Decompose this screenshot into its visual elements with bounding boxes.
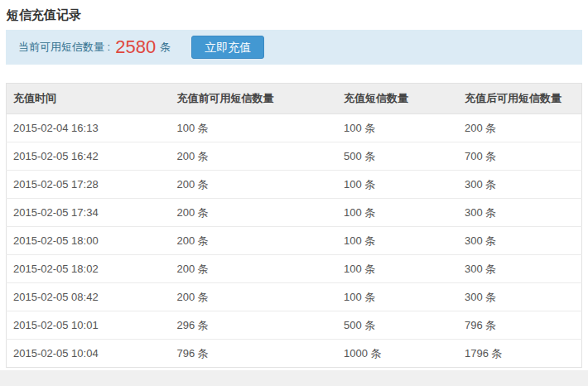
table-body: 2015-02-04 16:13100 条100 条200 条2015-02-0…: [7, 114, 582, 368]
table-cell: 200 条: [171, 199, 338, 227]
recharge-records-table-wrap: 充值时间充值前可用短信数量充值短信数量充值后可用短信数量 2015-02-04 …: [6, 83, 582, 368]
table-cell: 100 条: [337, 114, 458, 142]
table-row: 2015-02-05 10:01296 条500 条796 条: [7, 311, 582, 340]
table-row: 2015-02-05 10:04796 条1000 条1796 条: [7, 340, 582, 368]
table-row: 2015-02-05 17:28200 条100 条300 条: [7, 171, 582, 199]
table-cell: 2015-02-05 17:34: [7, 199, 171, 227]
table-cell: 2015-02-05 16:42: [7, 142, 171, 171]
table-cell: 100 条: [337, 255, 458, 283]
table-cell: 300 条: [458, 227, 581, 255]
table-cell: 300 条: [458, 171, 581, 199]
table-cell: 100 条: [337, 199, 458, 227]
table-cell: 200 条: [171, 171, 338, 199]
table-cell: 1796 条: [458, 340, 581, 368]
recharge-now-button[interactable]: 立即充值: [191, 36, 264, 59]
table-cell: 100 条: [337, 227, 458, 255]
table-row: 2015-02-05 08:42200 条100 条300 条: [7, 283, 582, 311]
table-cell: 100 条: [337, 283, 458, 311]
column-header: 充值短信数量: [337, 84, 458, 114]
available-sms-label: 当前可用短信数量 :: [18, 40, 110, 55]
table-cell: 200 条: [171, 227, 338, 255]
table-header-row: 充值时间充值前可用短信数量充值短信数量充值后可用短信数量: [7, 84, 582, 114]
table-row: 2015-02-05 17:34200 条100 条300 条: [7, 199, 582, 227]
column-header: 充值时间: [7, 84, 171, 114]
table-cell: 796 条: [171, 340, 338, 368]
table-cell: 300 条: [458, 283, 581, 311]
table-cell: 300 条: [458, 199, 581, 227]
available-sms-unit: 条: [160, 40, 171, 55]
table-cell: 500 条: [337, 311, 458, 340]
table-cell: 100 条: [171, 114, 338, 142]
table-header: 充值时间充值前可用短信数量充值短信数量充值后可用短信数量: [7, 84, 582, 114]
table-row: 2015-02-05 16:42200 条500 条700 条: [7, 142, 582, 171]
sms-recharge-page: 短信充值记录 当前可用短信数量 : 2580 条 立即充值 充值时间充值前可用短…: [0, 0, 588, 368]
table-row: 2015-02-04 16:13100 条100 条200 条: [7, 114, 582, 142]
table-cell: 200 条: [458, 114, 581, 142]
page-bottom-strip: [0, 370, 588, 386]
column-header: 充值后可用短信数量: [458, 84, 581, 114]
table-cell: 2015-02-04 16:13: [7, 114, 171, 142]
column-header: 充值前可用短信数量: [171, 84, 338, 114]
table-cell: 500 条: [337, 142, 458, 171]
table-cell: 200 条: [171, 283, 338, 311]
table-cell: 100 条: [337, 171, 458, 199]
table-cell: 2015-02-05 17:28: [7, 171, 171, 199]
table-row: 2015-02-05 18:00200 条100 条300 条: [7, 227, 582, 255]
available-sms-info-bar: 当前可用短信数量 : 2580 条 立即充值: [6, 30, 582, 65]
recharge-records-table: 充值时间充值前可用短信数量充值短信数量充值后可用短信数量 2015-02-04 …: [6, 83, 582, 368]
table-cell: 1000 条: [337, 340, 458, 368]
available-sms-count: 2580: [115, 38, 156, 56]
table-cell: 2015-02-05 18:02: [7, 255, 171, 283]
table-row: 2015-02-05 18:02200 条100 条300 条: [7, 255, 582, 283]
table-cell: 2015-02-05 18:00: [7, 227, 171, 255]
table-cell: 200 条: [171, 142, 338, 171]
page-title: 短信充值记录: [6, 0, 582, 24]
table-cell: 700 条: [458, 142, 581, 171]
table-cell: 200 条: [171, 255, 338, 283]
table-cell: 796 条: [458, 311, 581, 340]
table-cell: 2015-02-05 08:42: [7, 283, 171, 311]
table-cell: 296 条: [171, 311, 338, 340]
table-cell: 2015-02-05 10:01: [7, 311, 171, 340]
table-cell: 300 条: [458, 255, 581, 283]
table-cell: 2015-02-05 10:04: [7, 340, 171, 368]
